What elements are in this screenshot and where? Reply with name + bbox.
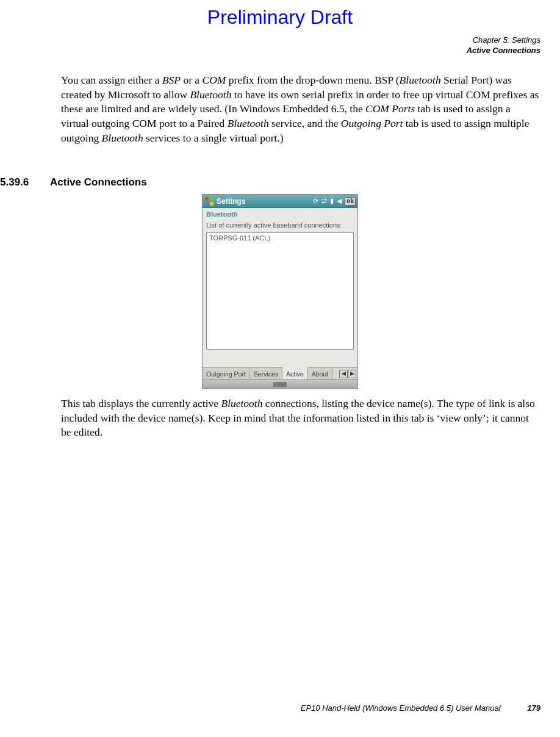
para1-t2: or a — [181, 74, 202, 86]
titlebar-left: Settings — [204, 196, 245, 206]
section-number: 5.39.6 — [0, 176, 29, 189]
bluetooth-panel-body: List of currently active baseband connec… — [203, 219, 357, 351]
para1-i8: Bluetooth — [102, 132, 143, 144]
window-title-text: Settings — [217, 197, 245, 206]
para1-t3: prefix from the drop-down menu. BSP ( — [226, 74, 399, 86]
para1-t9: services to a single virtual port.) — [143, 132, 284, 144]
tab-services[interactable]: Services — [250, 368, 282, 379]
tab-about[interactable]: About — [308, 368, 332, 379]
active-connections-list[interactable]: TORPSG-011 (ACL) — [206, 232, 354, 350]
page-footer: EP10 Hand-Held (Windows Embedded 6.5) Us… — [301, 703, 540, 713]
tab-scroll-left-button[interactable]: ◀ — [339, 370, 348, 378]
window-titlebar: Settings ⟳ ⇄ ▮ ◀ ok — [203, 195, 357, 208]
svg-rect-1 — [210, 197, 214, 201]
svg-rect-3 — [210, 202, 214, 206]
sip-bar — [203, 379, 357, 389]
para1-i3: Bluetooth — [400, 74, 441, 86]
draft-watermark: Preliminary Draft — [0, 6, 560, 29]
svg-rect-2 — [205, 202, 209, 206]
intro-paragraph: You can assign either a BSP or a COM pre… — [61, 73, 540, 145]
connections-caption: List of currently active baseband connec… — [206, 220, 354, 232]
page-number: 179 — [527, 703, 540, 713]
svg-rect-0 — [205, 197, 209, 201]
tab-strip: Outgoing Port Services Active About ◀ ▶ — [203, 367, 357, 379]
manual-title-text: EP10 Hand-Held (Windows Embedded 6.5) Us… — [301, 703, 501, 713]
para1-t1: You can assign either a — [61, 74, 162, 86]
keyboard-icon[interactable] — [273, 382, 287, 387]
list-item[interactable]: TORPSG-011 (ACL) — [207, 234, 353, 242]
tab-scroll-arrows: ◀ ▶ — [338, 368, 357, 379]
ok-button[interactable]: ok — [345, 197, 356, 206]
para1-t7: service, and the — [269, 117, 341, 129]
page-header-right: Chapter 5: Settings Active Connections — [467, 35, 540, 56]
description-paragraph: This tab displays the currently active B… — [61, 397, 540, 440]
tab-active[interactable]: Active — [282, 367, 308, 379]
tab-scroll-right-button[interactable]: ▶ — [348, 370, 356, 378]
para1-i6: Bluetooth — [228, 117, 269, 129]
header-chapter-text: Chapter 5: Settings — [467, 35, 540, 46]
para2-t1: This tab displays the currently active — [61, 397, 221, 409]
para2-i1: Bluetooth — [221, 397, 262, 409]
signal-icon: ▮ — [330, 197, 334, 205]
bluetooth-heading: Bluetooth — [203, 208, 357, 219]
network-icon: ⇄ — [321, 197, 327, 205]
para1-i5: COM Ports — [365, 102, 415, 115]
header-section-text: Active Connections — [467, 46, 540, 56]
titlebar-status-area: ⟳ ⇄ ▮ ◀ ok — [313, 197, 356, 206]
bluetooth-settings-screenshot: Settings ⟳ ⇄ ▮ ◀ ok Bluetooth List of cu… — [202, 194, 358, 389]
windows-logo-icon — [204, 196, 214, 206]
para1-i2: COM — [203, 74, 226, 86]
para1-i7: Outgoing Port — [341, 117, 403, 129]
para1-i4: Bluetooth — [190, 88, 231, 101]
volume-icon: ◀ — [337, 197, 342, 205]
section-title: Active Connections — [50, 176, 147, 189]
tab-outgoing-port[interactable]: Outgoing Port — [203, 368, 250, 379]
para1-i1: BSP — [162, 74, 181, 86]
sync-icon: ⟳ — [313, 197, 318, 205]
